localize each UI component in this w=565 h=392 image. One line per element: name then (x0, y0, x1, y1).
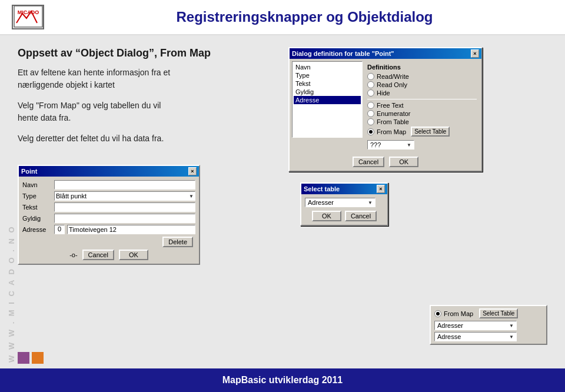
field-gyldig[interactable]: Gyldig (294, 88, 361, 96)
def-dropdown-val: ??? (370, 141, 381, 148)
def-cancel-button[interactable]: Cancel (353, 157, 384, 167)
input-tekst[interactable] (54, 202, 195, 212)
definitions-panel: Definitions Read/Write Read Only Hide (365, 61, 479, 152)
overlay-frommap-label: From Map (444, 310, 473, 317)
label-navn: Navn (22, 181, 52, 188)
paragraph3: Velg deretter det feltet du vil ha data … (18, 132, 277, 145)
point-form: Navn Type Blått punkt ▼ Tekst (19, 177, 199, 264)
page-title: Registreringsknapper og Objektdialog (56, 9, 553, 25)
field-navn[interactable]: Navn (294, 63, 361, 71)
input-navn[interactable] (54, 180, 195, 190)
overlay-adresse-val: Adresse (437, 333, 461, 340)
overlay-adresser-arrow: ▼ (509, 323, 514, 328)
label-adresse: Adresse (22, 226, 52, 233)
form-row-tekst: Tekst (22, 202, 195, 212)
radio-hide-dot[interactable] (367, 89, 374, 97)
overlay-select-table-btn[interactable]: Select Table (479, 308, 518, 318)
input-type[interactable]: Blått punkt ▼ (54, 191, 195, 201)
overlay-adresser-dropdown[interactable]: Adresser ▼ (434, 321, 517, 330)
radio-readonly-label: Read Only (377, 81, 407, 88)
label-tekst: Tekst (22, 204, 52, 211)
radio-readwrite[interactable]: Read/Write (367, 73, 477, 80)
def-dropdown-arrow: ▼ (407, 142, 411, 148)
select-table-title: Select table (304, 185, 340, 192)
def-ok-button[interactable]: OK (389, 157, 418, 167)
input-adresse-prefix[interactable]: 0 (54, 225, 65, 234)
radio-frommap[interactable]: From Map Select Table (367, 127, 477, 137)
main-content: Oppsett av “Object Dialog”, From Map Ett… (0, 35, 565, 368)
radio-readonly-dot[interactable] (367, 81, 374, 88)
form-row-navn: Navn (22, 180, 195, 190)
field-tekst[interactable]: Tekst (294, 79, 361, 88)
label-gyldig: Gyldig (22, 215, 52, 222)
select-table-cancel[interactable]: Cancel (345, 211, 377, 221)
radio-enumerator-label: Enumerator (377, 110, 410, 117)
select-table-dropdown-val: Adresser (308, 199, 334, 206)
radio-readonly[interactable]: Read Only (367, 81, 477, 88)
radio-freetext-dot[interactable] (367, 102, 374, 109)
header: MICADO Registreringsknapper og Objektdia… (0, 0, 565, 35)
delete-button[interactable]: Delete (162, 237, 193, 247)
form-row-gyldig: Gyldig (22, 214, 195, 223)
right-panel: Dialog definition for table "Point" × Na… (288, 47, 547, 357)
radio-hide[interactable]: Hide (367, 89, 477, 97)
radio-fromtable-dot[interactable] (367, 118, 374, 125)
overlay-frommap-row[interactable]: From Map Select Table (434, 308, 543, 318)
def-dialog-titlebar: Dialog definition for table "Point" × (290, 48, 481, 59)
def-dialog-body: Navn Type Tekst Gyldig Adresse Definitio… (290, 59, 481, 154)
select-table-button[interactable]: Select Table (411, 127, 450, 137)
def-dialog: Dialog definition for table "Point" × Na… (288, 47, 483, 172)
footer-text: MapBasic utviklerdag 2011 (222, 375, 343, 386)
section-title: Oppsett av “Object Dialog”, From Map (18, 47, 277, 59)
left-panel: Oppsett av “Object Dialog”, From Map Ett… (18, 47, 288, 357)
overlay-adresse-arrow: ▼ (509, 334, 514, 340)
def-dialog-close[interactable]: × (471, 49, 479, 58)
radio-enumerator-dot[interactable] (367, 110, 374, 117)
radio-group: Read/Write Read Only Hide (367, 73, 477, 97)
radio-group2: Free Text Enumerator From Table Fro (367, 102, 477, 137)
point-dialog-close[interactable]: × (188, 167, 197, 175)
input-adresse-value[interactable]: Timoteivegen 12 (67, 225, 195, 234)
select-table-dropdown[interactable]: Adresser ▼ (305, 198, 375, 207)
radio-frommap-label: From Map (377, 128, 406, 135)
svg-text:MICADO: MICADO (17, 9, 39, 15)
logo: MICADO (12, 5, 44, 29)
footer: MapBasic utviklerdag 2011 (0, 368, 565, 392)
paragraph1: Ett av feltene kan hente informasjon fra… (18, 67, 277, 91)
overlay-frommap-dot[interactable] (434, 310, 441, 317)
select-table-dropdown-arrow: ▼ (368, 200, 373, 205)
dash-label: -o- (69, 251, 77, 258)
radio-hide-label: Hide (377, 89, 390, 97)
def-dialog-title: Dialog definition for table "Point" (292, 50, 394, 57)
adresse-text: Timoteivegen 12 (69, 226, 117, 233)
paragraph2: Velg "From Map" og velg tabellen du vilh… (18, 99, 277, 124)
type-value: Blått punkt (56, 192, 87, 200)
form-row-type: Type Blått punkt ▼ (22, 191, 195, 201)
select-table-content: Adresser ▼ OK Cancel (301, 194, 387, 225)
radio-freetext[interactable]: Free Text (367, 102, 477, 109)
point-ok-button[interactable]: OK (119, 250, 148, 260)
point-dialog-titlebar: Point × (19, 166, 199, 177)
overlay-adresser-val: Adresser (437, 322, 463, 329)
def-dropdown[interactable]: ??? ▼ (367, 140, 414, 150)
field-list[interactable]: Navn Type Tekst Gyldig Adresse (292, 61, 363, 138)
overlay-adresse-dropdown[interactable]: Adresse ▼ (434, 332, 517, 341)
select-table-titlebar: Select table × (301, 184, 387, 194)
radio-freetext-label: Free Text (377, 102, 404, 109)
radio-readwrite-dot[interactable] (367, 73, 374, 80)
point-dialog: Point × Navn Type Blått punkt ▼ (18, 165, 200, 265)
field-adresse[interactable]: Adresse (294, 96, 361, 104)
select-table-close[interactable]: × (377, 185, 385, 193)
input-gyldig[interactable] (54, 214, 195, 223)
type-dropdown-arrow: ▼ (189, 194, 194, 199)
field-type[interactable]: Type (294, 71, 361, 79)
radio-fromtable[interactable]: From Table (367, 118, 477, 125)
radio-frommap-dot[interactable] (367, 128, 374, 135)
select-table-ok[interactable]: OK (312, 211, 341, 221)
radio-enumerator[interactable]: Enumerator (367, 110, 477, 117)
radio-readwrite-label: Read/Write (377, 73, 409, 80)
point-cancel-button[interactable]: Cancel (82, 250, 114, 260)
point-dialog-title: Point (21, 168, 38, 175)
definitions-label: Definitions (367, 64, 477, 71)
radio-fromtable-label: From Table (377, 118, 409, 125)
